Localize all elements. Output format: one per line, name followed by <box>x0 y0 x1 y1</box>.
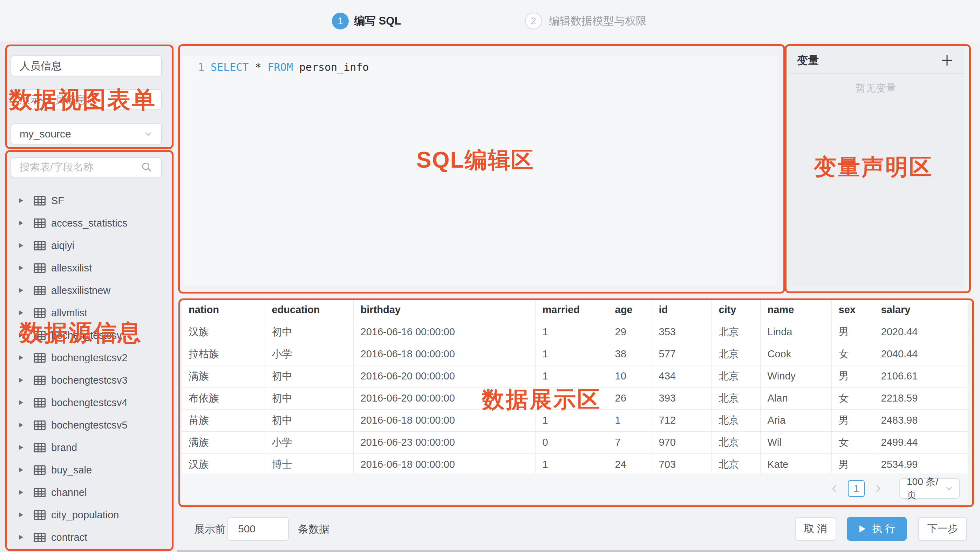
caret-right-icon[interactable] <box>18 467 24 473</box>
tree-item[interactable]: aiqiyi <box>0 234 170 257</box>
tree-item[interactable]: allesxilistnew <box>0 279 170 302</box>
run-button[interactable]: 执 行 <box>847 517 907 541</box>
sql-code-line[interactable]: 1SELECT*FROMperson_info <box>198 60 375 74</box>
chevron-down-icon <box>945 484 953 493</box>
tree-item[interactable]: allesxilist <box>0 257 170 279</box>
table-cell: 2106.61 <box>874 365 968 387</box>
table-cell: 0 <box>535 431 608 453</box>
table-row: 苗族初中2016-06-18 00:00:0011712北京Aria男2483.… <box>181 409 968 431</box>
caret-right-icon[interactable] <box>18 220 24 226</box>
caret-right-icon[interactable] <box>18 399 24 406</box>
table-row: 汉族博士2016-06-18 00:00:00124703北京Kate男2534… <box>181 453 968 474</box>
tree-item[interactable]: city_population <box>0 504 170 526</box>
column-header: id <box>652 299 711 321</box>
result-table-body: 汉族初中2016-06-16 00:00:00129353北京Linda男202… <box>181 321 968 474</box>
caret-right-icon[interactable] <box>18 310 24 316</box>
sql-editor-wizard-page: 1 编写 SQL 2 编辑数据模型与权限 人员信息 演示-人员信息 my_sou… <box>0 0 980 552</box>
caret-right-icon[interactable] <box>18 377 24 383</box>
caret-right-icon[interactable] <box>18 534 24 541</box>
tree-item[interactable]: brand <box>0 436 170 459</box>
table-cell: Windy <box>760 365 831 387</box>
table-cell: Kate <box>760 453 831 474</box>
dataset-name-input[interactable]: 人员信息 <box>11 56 162 77</box>
variables-panel-header: 变量 <box>788 47 964 74</box>
caret-right-icon[interactable] <box>18 332 24 338</box>
current-page-button[interactable]: 1 <box>848 480 865 497</box>
table-icon <box>33 465 46 475</box>
tree-item[interactable]: bochengtestcsv3 <box>0 369 170 391</box>
table-search-input[interactable]: 搜索表/字段名称 <box>11 157 162 177</box>
column-header: name <box>760 299 831 321</box>
table-cell: 10 <box>608 365 652 387</box>
table-cell: 2016-06-23 00:00:00 <box>353 431 535 453</box>
tree-item[interactable]: bochengtestcsv <box>0 324 170 346</box>
table-cell: 汉族 <box>181 453 265 474</box>
row-limit-input[interactable] <box>228 517 289 541</box>
table-cell: 2534.99 <box>874 453 968 474</box>
table-cell: 女 <box>831 431 874 453</box>
table-cell: 2040.44 <box>874 343 968 365</box>
table-cell: 女 <box>831 343 874 365</box>
tree-item[interactable]: SF <box>0 189 170 212</box>
table-cell: 苗族 <box>181 409 265 431</box>
caret-right-icon[interactable] <box>18 422 24 428</box>
result-table-container[interactable]: nationeducationbirthdaymarriedageidcityn… <box>181 299 968 474</box>
datasource-select[interactable]: my_source <box>11 123 162 145</box>
page-size-select[interactable]: 100 条/页 <box>899 479 960 499</box>
table-cell: 2016-06-18 00:00:00 <box>353 343 535 365</box>
caret-right-icon[interactable] <box>18 512 24 518</box>
sql-keyword-from: FROM <box>268 61 293 73</box>
table-cell: 2016-06-18 00:00:00 <box>353 409 535 431</box>
table-icon <box>33 286 46 295</box>
table-cell: 38 <box>608 343 652 365</box>
table-icon <box>33 308 46 318</box>
dataset-description-input[interactable]: 演示-人员信息 <box>11 89 162 110</box>
next-page-icon[interactable] <box>871 482 885 496</box>
caret-right-icon[interactable] <box>18 444 24 451</box>
add-variable-button[interactable] <box>939 53 955 68</box>
tree-item[interactable]: bochengtestcsv4 <box>0 391 170 414</box>
dataset-description-value: 演示-人员信息 <box>20 93 86 107</box>
window-bottom-divider <box>177 550 980 552</box>
table-icon <box>33 353 46 363</box>
run-button-label: 执 行 <box>872 522 895 536</box>
tree-item-label: brand <box>51 442 77 453</box>
pagination-bar: 1 100 条/页 <box>181 474 968 504</box>
tree-item[interactable]: channel <box>0 481 170 504</box>
table-cell: 满族 <box>181 365 265 387</box>
tree-item[interactable]: allvmlist <box>0 302 170 324</box>
step-2-label: 编辑数据模型与权限 <box>549 15 647 27</box>
tree-item[interactable]: access_statistics <box>0 212 170 234</box>
caret-right-icon[interactable] <box>18 198 24 204</box>
tree-item[interactable]: bochengtestcsv5 <box>0 414 170 436</box>
tree-item[interactable]: bochengtestcsv2 <box>0 346 170 369</box>
tree-item[interactable]: contract <box>0 526 170 546</box>
caret-right-icon[interactable] <box>18 287 24 294</box>
table-cell: 577 <box>652 343 711 365</box>
previous-page-icon[interactable] <box>827 482 842 496</box>
table-cell: 博士 <box>265 453 353 474</box>
caret-right-icon[interactable] <box>18 489 24 496</box>
table-icon <box>33 219 46 228</box>
tree-item-label: bochengtestcsv5 <box>51 420 127 431</box>
tree-item-label: contract <box>51 532 87 543</box>
table-cell: 1 <box>535 453 608 474</box>
sql-editor-surface[interactable] <box>183 56 777 286</box>
caret-right-icon[interactable] <box>18 265 24 271</box>
table-icon <box>33 443 46 452</box>
table-cell: Cook <box>760 343 831 365</box>
result-table: nationeducationbirthdaymarriedageidcityn… <box>181 299 968 474</box>
column-header: birthday <box>353 299 535 321</box>
caret-right-icon[interactable] <box>18 242 24 249</box>
caret-right-icon[interactable] <box>18 354 24 361</box>
table-cell: 7 <box>608 431 652 453</box>
column-header: age <box>608 299 652 321</box>
table-icon <box>33 510 46 520</box>
table-cell: 北京 <box>711 431 760 453</box>
cancel-button[interactable]: 取 消 <box>795 517 836 541</box>
next-step-button[interactable]: 下一步 <box>918 517 967 541</box>
tree-item[interactable]: buy_sale <box>0 459 170 481</box>
table-cell: 满族 <box>181 431 265 453</box>
table-cell: 26 <box>608 387 652 409</box>
column-header: city <box>711 299 760 321</box>
